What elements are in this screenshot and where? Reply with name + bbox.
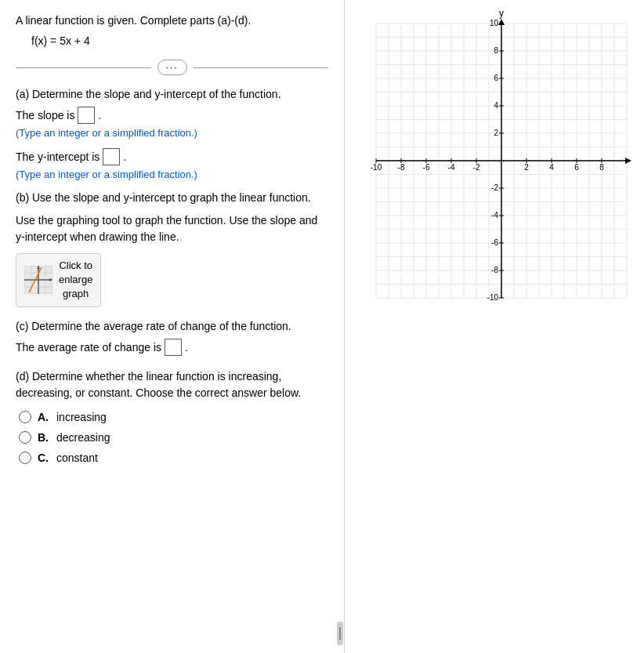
yint-input[interactable] xyxy=(103,148,120,165)
part-b-label: (b) Use the slope and y-intercept to gra… xyxy=(16,190,328,206)
graph-tool-text: Use the graphing tool to graph the funct… xyxy=(16,212,328,245)
yint-hint: (Type an integer or a simplified fractio… xyxy=(16,169,328,180)
enlarge-label: Click toenlargegraph xyxy=(59,259,92,302)
slope-row: The slope is . xyxy=(16,107,328,124)
choice-c-text: constant xyxy=(56,452,98,464)
function-equation: f(x) = 5x + 4 xyxy=(31,34,328,47)
avg-rate-row: The average rate of change is . xyxy=(16,339,328,356)
graph-container xyxy=(353,8,635,314)
radio-c[interactable] xyxy=(19,452,31,464)
enlarge-graph-button[interactable]: Click toenlargegraph xyxy=(16,253,101,307)
divider-left xyxy=(16,67,151,68)
answer-choices: A. increasing B. decreasing C. constant xyxy=(19,411,328,464)
choice-a[interactable]: A. increasing xyxy=(19,411,328,423)
problem-title: A linear function is given. Complete par… xyxy=(16,14,328,27)
part-d-label: (d) Determine whether the linear functio… xyxy=(16,368,328,401)
yint-period: . xyxy=(123,151,126,163)
slope-period: . xyxy=(98,109,101,122)
yint-prefix: The y-intercept is xyxy=(16,151,99,163)
right-panel xyxy=(345,0,644,653)
choice-b-text: decreasing xyxy=(56,431,110,444)
choice-a-letter: A. xyxy=(38,411,49,423)
radio-a[interactable] xyxy=(19,411,31,423)
choice-b-letter: B. xyxy=(38,431,49,444)
part-c-label: (c) Determine the average rate of change… xyxy=(16,320,328,332)
slope-prefix: The slope is xyxy=(16,109,74,122)
part-a-label: (a) Determine the slope and y-intercept … xyxy=(16,88,328,100)
divider-right xyxy=(194,67,329,68)
panel-resize-handle[interactable] xyxy=(337,622,343,645)
choice-c-letter: C. xyxy=(38,452,49,464)
mini-graph-icon xyxy=(24,266,52,294)
choice-a-text: increasing xyxy=(56,411,107,423)
avg-rate-prefix: The average rate of change is xyxy=(16,341,161,354)
resize-handle-bar xyxy=(339,627,341,640)
yint-row: The y-intercept is . xyxy=(16,148,328,165)
slope-hint: (Type an integer or a simplified fractio… xyxy=(16,127,328,139)
coordinate-graph xyxy=(353,8,635,314)
choice-b[interactable]: B. decreasing xyxy=(19,431,328,444)
choice-c[interactable]: C. constant xyxy=(19,452,328,464)
left-panel: A linear function is given. Complete par… xyxy=(0,0,345,653)
divider-row: ··· xyxy=(16,60,328,75)
avg-rate-period: . xyxy=(185,341,188,354)
slope-input[interactable] xyxy=(78,107,95,124)
radio-b[interactable] xyxy=(19,431,31,444)
avg-rate-input[interactable] xyxy=(165,339,182,356)
dots-button[interactable]: ··· xyxy=(157,60,187,75)
